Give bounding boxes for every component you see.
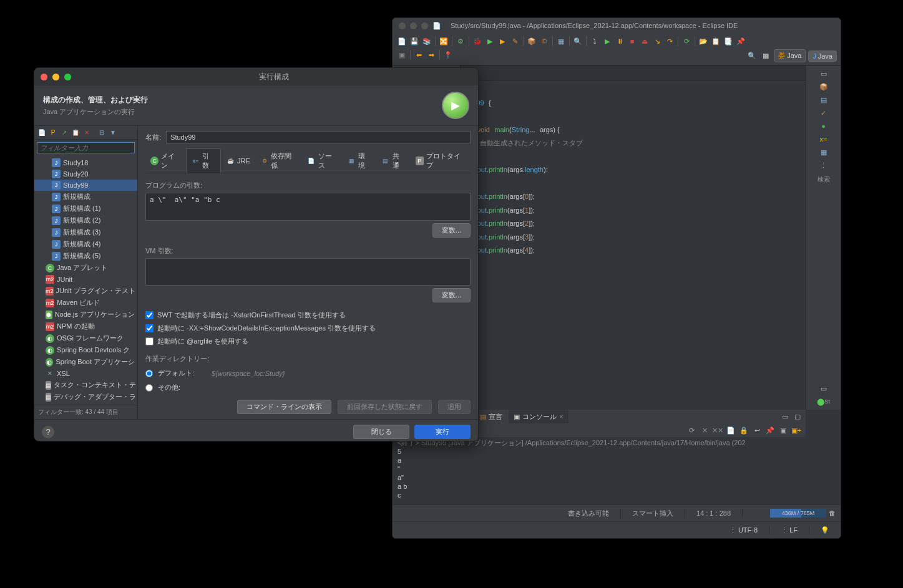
console-output[interactable]: <終了> Study99 [Java アプリケーション] /Applicatio… <box>393 437 806 504</box>
perspective-java[interactable]: J Java <box>808 51 837 62</box>
gc-icon[interactable]: 🗑 <box>829 509 836 517</box>
debug-icon[interactable]: 🐞 <box>472 36 483 47</box>
tip-icon[interactable]: 💡 <box>809 526 841 534</box>
tree-item[interactable]: JStudy18 <box>34 157 137 168</box>
filter-input[interactable] <box>37 142 135 153</box>
tree-item[interactable]: m2NPM の起動 <box>34 321 137 332</box>
tree-item[interactable]: J新規構成 (2) <box>34 214 137 226</box>
skip-icon[interactable]: ⤵ <box>589 36 600 47</box>
open-task-icon[interactable]: 📋 <box>710 36 721 47</box>
boot-dash-icon[interactable]: ⬤ St <box>818 396 829 407</box>
tree-item[interactable]: JStudy20 <box>34 168 137 180</box>
dialog-close-icon[interactable] <box>41 74 47 80</box>
name-input[interactable] <box>166 131 471 143</box>
revert-button[interactable]: 前回保存した状態に戻す <box>338 400 432 414</box>
close-icon[interactable] <box>399 22 406 29</box>
wd-default-radio[interactable]: デフォルト:${workspace_loc:Study} <box>145 369 471 378</box>
search-toolbar-icon[interactable]: 🔍 <box>572 36 583 47</box>
open-perspective-icon[interactable]: ▦ <box>760 51 771 62</box>
pkg-explorer-icon[interactable]: 📦 <box>818 81 829 92</box>
zoom-icon[interactable] <box>421 22 428 29</box>
remove-launch-icon[interactable]: ✕ <box>699 425 710 436</box>
breakpoint-icon[interactable]: ● <box>818 120 829 132</box>
pin2-icon[interactable]: 📍 <box>442 49 454 60</box>
tab-arguments[interactable]: x=引数 <box>186 148 221 173</box>
tab-main[interactable]: Cメイン <box>145 148 186 173</box>
step-into-icon[interactable]: ↘ <box>652 36 663 47</box>
tree-item[interactable]: J新規構成 (4) <box>34 238 137 250</box>
vm-vars-button[interactable]: 変数... <box>432 288 471 302</box>
status-encoding[interactable]: ⋮ UTF-8 <box>718 526 769 534</box>
tree-item[interactable]: ◐Spring Boot Devtools ク <box>34 344 137 356</box>
new-icon[interactable]: 📄 <box>396 36 408 47</box>
wd-other-radio[interactable]: その他: <box>145 383 471 392</box>
more-icon[interactable]: ⋮ <box>818 160 829 171</box>
stop-icon[interactable]: ■ <box>627 36 638 47</box>
tab-common[interactable]: ▤共通 <box>376 148 410 173</box>
ext-icon[interactable]: ✎ <box>509 36 520 47</box>
new-class-icon[interactable]: © <box>539 36 550 47</box>
switch-icon[interactable]: 🔀 <box>438 36 449 47</box>
tree-item[interactable]: ◐Spring Boot アプリケーシ <box>34 356 137 368</box>
tree-item[interactable]: JStudy99 <box>34 180 137 191</box>
tree-item[interactable]: m2JUnit <box>34 274 137 285</box>
heap-status[interactable]: 436M / 785M 🗑 <box>765 508 841 519</box>
export-icon[interactable]: ↗ <box>59 128 69 138</box>
tree-item[interactable]: J新規構成 (3) <box>34 226 137 238</box>
quick-access-icon[interactable]: 🔍 <box>746 51 758 62</box>
maximize-panel-icon[interactable]: ▢ <box>792 411 803 422</box>
apply-button[interactable]: 適用 <box>438 400 471 414</box>
tree-item[interactable]: CJava アプレット <box>34 262 137 274</box>
check-argfile-box[interactable] <box>145 337 154 345</box>
new-proto-icon[interactable]: P <box>48 128 58 138</box>
show-cmdline-button[interactable]: コマンド・ラインの表示 <box>237 400 331 414</box>
config-tree[interactable]: JStudy18JStudy20JStudy99J新規構成J新規構成 (1)J新… <box>34 156 137 405</box>
restore-icon[interactable]: ▭ <box>818 68 829 79</box>
terminal-icon[interactable]: ▣ <box>396 49 408 60</box>
scroll-lock-icon[interactable]: 🔒 <box>738 425 749 436</box>
tree-item[interactable]: J新規構成 (5) <box>34 250 137 262</box>
word-wrap-icon[interactable]: ↩ <box>751 425 763 436</box>
relaunch-icon[interactable]: ⟳ <box>681 36 692 47</box>
step-over-icon[interactable]: ↷ <box>664 36 675 47</box>
disconnect-icon[interactable]: ⏏ <box>639 36 650 47</box>
prog-args-input[interactable] <box>145 193 471 221</box>
duplicate-icon[interactable]: 📋 <box>71 128 81 138</box>
expr-icon[interactable]: x= <box>818 133 829 145</box>
vars-icon[interactable]: ▦ <box>818 147 829 158</box>
terminate-relaunch-icon[interactable]: ⟳ <box>686 425 697 436</box>
open-console-icon[interactable]: ▣+ <box>791 425 802 436</box>
coverage-icon[interactable]: ▶ <box>497 36 508 47</box>
check-xx-box[interactable] <box>145 324 154 332</box>
collapse-icon[interactable]: ⊟ <box>97 128 107 138</box>
run-button[interactable]: 実行 <box>414 425 471 439</box>
open-type-icon[interactable]: 📂 <box>698 36 709 47</box>
tree-item[interactable]: ▤タスク・コンテキスト・テ <box>34 379 137 391</box>
save-all-icon[interactable]: 📚 <box>421 36 432 47</box>
new-config-icon[interactable]: 📄 <box>37 128 47 138</box>
tab-jre[interactable]: ☕JRE <box>221 148 255 173</box>
tab-prototype[interactable]: Pプロトタイプ <box>411 148 471 173</box>
dialog-minimize-icon[interactable] <box>52 74 59 80</box>
close-console-icon[interactable]: × <box>559 413 563 420</box>
check-swt-box[interactable] <box>145 311 154 319</box>
tree-item[interactable]: m2JUnit プラグイン・テスト <box>34 285 137 297</box>
delete-icon[interactable]: ✕ <box>82 128 92 138</box>
run-icon[interactable]: ▶ <box>484 36 495 47</box>
tree-item[interactable]: ⬢Node.js アプリケーション <box>34 309 137 321</box>
tab-source[interactable]: 📄ソース <box>302 148 343 173</box>
tab-console[interactable]: ▣コンソール × <box>509 410 568 423</box>
back-icon[interactable]: ⬅ <box>413 49 424 60</box>
minimize-panel-icon[interactable]: ▭ <box>779 411 791 422</box>
minimize-view-icon[interactable]: ▭ <box>818 383 829 394</box>
search-label[interactable]: 検索 <box>818 175 830 184</box>
close-button[interactable]: 閉じる <box>353 425 409 439</box>
help-icon[interactable]: ? <box>42 426 54 438</box>
pin-console-icon[interactable]: 📌 <box>764 425 776 436</box>
tree-item[interactable]: ▤デバッグ・アダプター・ラ <box>34 391 137 403</box>
filter-icon[interactable]: ▼ <box>108 128 118 138</box>
remove-all-icon[interactable]: ✕✕ <box>712 425 723 436</box>
tree-item[interactable]: ✕XSL <box>34 368 137 379</box>
perspective-java-debug[interactable]: 娄 Java <box>774 49 806 62</box>
vm-args-input[interactable] <box>145 258 471 286</box>
